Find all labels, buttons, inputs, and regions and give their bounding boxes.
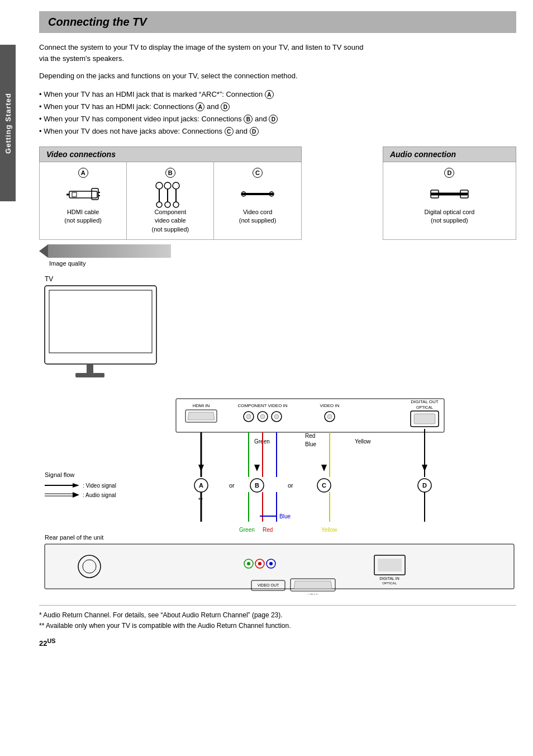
- tv-top-panel: [176, 399, 444, 432]
- main-diagram: TV HDMI IN COMPONENT VIDEO IN VIDEO IN: [39, 270, 516, 596]
- unit-hdmi-out-shape: [294, 581, 332, 589]
- circle-d2: D: [269, 115, 278, 124]
- red-bottom-label: Red: [263, 527, 273, 533]
- circle-a-diagram-text: A: [199, 482, 203, 489]
- hdmi-port-shape: [188, 412, 215, 420]
- diagram-svg: TV HDMI IN COMPONENT VIDEO IN VIDEO IN: [39, 270, 525, 594]
- quality-bar: [48, 244, 171, 258]
- unit-blue-jack-pin: [269, 562, 273, 565]
- connection-method-list: When your TV has an HDMI jack that is ma…: [39, 88, 516, 138]
- optical-label: Digital optical cord(not supplied): [425, 208, 475, 225]
- footnote-2: ** Available only when your TV is compat…: [39, 621, 516, 631]
- comp-jack-3-inner: [274, 414, 279, 419]
- circle-a-box: A: [78, 168, 88, 178]
- video-connections-header: Video connections: [39, 147, 302, 162]
- comp-jack-1-inner: [246, 414, 251, 419]
- tv-screen: [49, 290, 152, 353]
- optical-label2: OPTICAL: [416, 405, 433, 409]
- blue-top-label: Blue: [305, 441, 316, 447]
- or-text-1: or: [229, 482, 235, 489]
- intro-paragraph-1: Connect the system to your TV to display…: [39, 42, 516, 64]
- side-tab-label: Getting Started: [4, 93, 12, 154]
- footnote-1: * Audio Return Channel. For details, see…: [39, 610, 516, 621]
- arrow-c-down: [321, 465, 327, 471]
- arrow-b-down: [254, 465, 260, 471]
- audio-connection-header: Audio connection: [383, 147, 516, 162]
- bullet-item-3: When your TV has component video input j…: [39, 113, 516, 125]
- optical-cord-icon: [430, 180, 469, 208]
- yellow-top-label: Yellow: [355, 438, 371, 445]
- tv-stand-base: [75, 373, 104, 377]
- arrow-a-down: [198, 465, 204, 471]
- svg-point-9: [164, 182, 171, 189]
- circle-b-box: B: [165, 168, 175, 178]
- video-cable-boxes: A HDMI cable(not supplied) B: [39, 162, 302, 240]
- svg-point-14: [173, 202, 179, 207]
- footer-notes: * Audio Return Channel. For details, see…: [39, 605, 516, 631]
- svg-point-12: [173, 182, 179, 189]
- green-top-label: Green: [254, 438, 270, 445]
- video-cord-icon: [241, 180, 274, 208]
- signal-flow-label: Signal flow: [45, 471, 74, 478]
- video-out-label: VIDEO OUT: [258, 583, 279, 587]
- quality-arrow-section: [39, 244, 516, 258]
- svg-point-8: [156, 202, 162, 207]
- svg-point-6: [156, 182, 163, 189]
- digital-out-label: DIGITAL OUT: [411, 399, 438, 404]
- circle-b1: B: [244, 115, 253, 124]
- blue-bottom-label: Blue: [279, 513, 291, 519]
- page-title: Connecting the TV: [48, 16, 507, 29]
- optical-cable-box: D Digital optical cord(not supplied): [383, 162, 516, 240]
- component-cable-box: B Componentvideo cable(not supplied): [127, 162, 214, 239]
- hdmi-label-bottom: HDMI: [308, 593, 318, 594]
- circle-a: A: [265, 90, 274, 99]
- hdmi-in-label: HDMI IN: [193, 403, 210, 408]
- circle-c-diagram-text: C: [322, 482, 326, 489]
- video-jack-inner: [327, 414, 332, 419]
- bullet-item-2: When your TV has an HDMI jack: Connectio…: [39, 101, 516, 113]
- unit-optical-in-inner: [378, 559, 402, 571]
- comp-jack-2-inner: [260, 414, 265, 419]
- page-number-section: 22US: [39, 637, 516, 647]
- component-cable-icon: [154, 180, 187, 208]
- rear-panel-label: Rear panel of the unit: [45, 534, 103, 541]
- digital-in-label: DIGITAL IN: [379, 577, 399, 580]
- component-label: Componentvideo cable(not supplied): [152, 208, 189, 234]
- video-cord-label: Video cord(not supplied): [239, 208, 277, 225]
- cable-boxes-row: A HDMI cable(not supplied) B: [39, 162, 516, 240]
- side-tab: Getting Started: [0, 45, 16, 201]
- circle-c1: C: [225, 127, 234, 136]
- arrow-d-down: [422, 465, 427, 471]
- red-top-label: Red: [305, 433, 315, 439]
- optical-port-inner: [414, 414, 435, 424]
- yellow-bottom-label: Yellow: [321, 527, 337, 533]
- optical-in-label: OPTICAL: [382, 582, 397, 585]
- tv-outline: [45, 286, 156, 364]
- svg-point-11: [165, 202, 170, 207]
- page-number: 22US: [39, 639, 56, 648]
- intro-paragraph-2: Depending on the jacks and functions on …: [39, 70, 516, 82]
- hdmi-cable-icon: [66, 180, 100, 208]
- hdmi-cable-box: A HDMI cable(not supplied): [40, 162, 127, 239]
- video-in-label: VIDEO IN: [320, 403, 339, 408]
- title-bar: Connecting the TV: [39, 11, 516, 33]
- component-in-label: COMPONENT VIDEO IN: [237, 403, 287, 408]
- bullet-item-4: When your TV does not have jacks above: …: [39, 125, 516, 138]
- unit-red-jack-pin: [258, 562, 261, 565]
- svg-rect-1: [72, 192, 77, 197]
- bullet-item-1: When your TV has an HDMI jack that is ma…: [39, 88, 516, 101]
- circle-d3: D: [250, 127, 259, 136]
- circle-d-box: D: [444, 168, 454, 178]
- quality-label: Image quality: [49, 260, 516, 267]
- or-text-2: or: [288, 482, 293, 489]
- hdmi-label: HDMI cable(not supplied): [64, 208, 102, 225]
- connections-headers: Video connections Audio connection: [39, 147, 516, 162]
- circle-c-box: C: [253, 168, 263, 178]
- tv-label: TV: [45, 275, 53, 283]
- circle-a2: A: [196, 102, 204, 111]
- audio-signal-text: : Audio signal: [83, 492, 116, 498]
- green-bottom-label: Green: [239, 527, 255, 533]
- circle-b-diagram-text: B: [255, 482, 259, 489]
- tv-stand-pole: [87, 364, 93, 374]
- circle-d1: D: [221, 102, 230, 111]
